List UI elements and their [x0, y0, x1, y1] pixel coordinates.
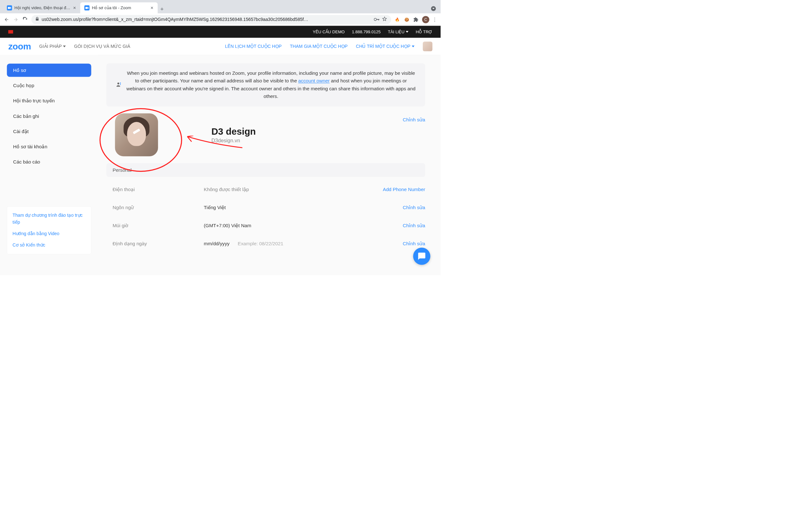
sidebar-item-webinars[interactable]: Hội thảo trực tuyến — [7, 94, 91, 107]
solutions-label: GIẢI PHÁP — [39, 44, 62, 49]
chat-help-button[interactable] — [413, 247, 430, 265]
main-layout: Hồ sơ Cuộc họp Hội thảo trực tuyến Các b… — [0, 55, 441, 275]
zoom-logo[interactable]: zoom — [8, 41, 31, 52]
close-icon[interactable]: ✕ — [73, 6, 76, 10]
privacy-info-banner: When you join meetings and webinars host… — [106, 63, 425, 107]
training-link[interactable]: Tham dự chương trình đào tạo trực tiếp — [13, 212, 86, 225]
sidebar-item-meetings[interactable]: Cuộc họp — [7, 79, 91, 92]
banner-text: When you join meetings and webinars host… — [126, 69, 415, 100]
add-phone-link[interactable]: Add Phone Number — [383, 187, 425, 192]
extension-cookie-icon[interactable]: 🍪 — [403, 16, 410, 23]
svg-rect-1 — [85, 7, 88, 9]
zoom-favicon-icon — [7, 5, 12, 10]
browser-tab-active[interactable]: Hồ sơ của tôi - Zoom ✕ — [80, 3, 158, 14]
host-meeting-link[interactable]: CHỦ TRÌ MỘT CUỘC HỌP — [356, 44, 415, 49]
svg-point-7 — [120, 82, 121, 83]
edit-profile-link[interactable]: Chỉnh sửa — [403, 117, 425, 123]
tab-title: Hồ sơ của tôi - Zoom — [92, 5, 148, 10]
field-label: Định dạng ngày — [113, 241, 204, 246]
field-row-phone: Điện thoại Không được thiết lập Add Phon… — [106, 180, 425, 199]
extension-fire-icon[interactable]: 🔥 — [394, 16, 401, 23]
video-tutorials-link[interactable]: Hướng dẫn bằng Video — [13, 230, 86, 237]
flag-icon — [8, 30, 13, 34]
edit-dateformat-link[interactable]: Chỉnh sửa — [403, 241, 425, 246]
phone-number[interactable]: 1.888.799.0125 — [352, 30, 380, 34]
profile-avatar[interactable] — [115, 113, 158, 157]
sidebar-item-recordings[interactable]: Các bản ghi — [7, 110, 91, 123]
field-value: Tiếng Việt — [204, 205, 419, 210]
request-demo-link[interactable]: YÊU CẦU DEMO — [313, 30, 345, 34]
lock-icon — [36, 17, 39, 22]
profile-name: D3 design — [211, 126, 256, 137]
sidebar-item-profile[interactable]: Hồ sơ — [7, 64, 91, 77]
section-header-personal: Personal — [106, 163, 425, 177]
chevron-down-icon — [406, 31, 409, 33]
chevron-down-icon — [63, 46, 66, 47]
account-owner-link[interactable]: account owner — [298, 78, 329, 83]
support-link[interactable]: HỖ TRỢ — [416, 30, 432, 34]
chevron-down-icon — [412, 46, 415, 47]
profile-info: D3 design D3design.vn — [211, 126, 256, 144]
extensions-puzzle-icon[interactable] — [413, 16, 419, 23]
svg-point-6 — [117, 82, 119, 84]
svg-point-3 — [374, 18, 376, 21]
edit-language-link[interactable]: Chỉnh sửa — [403, 205, 425, 210]
content-area: When you join meetings and webinars host… — [98, 55, 441, 275]
avatar-container — [115, 113, 160, 157]
resources-label: TÀI LIỆU — [388, 30, 404, 34]
browser-tab-strip: Hội nghị video, Điện thoại đám ✕ Hồ sơ c… — [0, 0, 441, 13]
knowledge-base-link[interactable]: Cơ sở Kiến thức — [13, 242, 86, 248]
browser-toolbar: us02web.zoom.us/profile?from=client&_x_z… — [0, 13, 441, 26]
field-label: Múi giờ — [113, 223, 204, 228]
person-info-icon — [116, 82, 121, 88]
forward-button — [13, 16, 19, 23]
zoom-utility-bar: YÊU CẦU DEMO 1.888.799.0125 TÀI LIỆU HỖ … — [0, 26, 441, 38]
sidebar-item-account-profile[interactable]: Hồ sơ tài khoản — [7, 140, 91, 153]
sidebar: Hồ sơ Cuộc họp Hội thảo trực tuyến Các b… — [0, 55, 98, 275]
profile-header-row: D3 design D3design.vn Chỉnh sửa — [106, 113, 425, 157]
svg-rect-0 — [8, 7, 10, 9]
dateformat-example: Example: 08/22/2021 — [238, 241, 284, 246]
svg-rect-2 — [36, 19, 39, 21]
address-bar[interactable]: us02web.zoom.us/profile?from=client&_x_z… — [32, 15, 391, 24]
chrome-window-dropdown[interactable] — [431, 6, 436, 11]
svg-rect-4 — [376, 19, 379, 20]
bookmark-star-icon[interactable] — [382, 16, 387, 22]
svg-rect-5 — [378, 19, 379, 20]
zoom-favicon-icon — [84, 5, 90, 10]
schedule-meeting-link[interactable]: LÊN LỊCH MỘT CUỘC HỌP — [225, 44, 282, 49]
url-text: us02web.zoom.us/profile?from=client&_x_z… — [42, 17, 371, 22]
close-icon[interactable]: ✕ — [150, 6, 154, 10]
browser-tab-inactive[interactable]: Hội nghị video, Điện thoại đám ✕ — [3, 3, 80, 14]
sidebar-item-reports[interactable]: Các báo cáo — [7, 156, 91, 169]
user-avatar[interactable] — [423, 42, 432, 51]
back-button[interactable] — [3, 16, 10, 23]
resources-link[interactable]: TÀI LIỆU — [388, 30, 409, 34]
svg-rect-8 — [120, 83, 120, 85]
field-value: (GMT+7:00) Việt Nam — [204, 223, 419, 228]
field-label: Ngôn ngữ — [113, 205, 204, 210]
zoom-main-nav: zoom GIẢI PHÁP GÓI DỊCH VỤ VÀ MỨC GIÁ LÊ… — [0, 38, 441, 55]
sidebar-item-settings[interactable]: Cài đặt — [7, 125, 91, 138]
new-tab-button[interactable]: + — [158, 5, 166, 13]
password-key-icon[interactable] — [374, 17, 379, 22]
edit-timezone-link[interactable]: Chỉnh sửa — [403, 223, 425, 228]
field-value: mm/dd/yyyy Example: 08/22/2021 — [204, 241, 419, 246]
host-label: CHỦ TRÌ MỘT CUỘC HỌP — [356, 44, 410, 49]
dateformat-value: mm/dd/yyyy — [204, 241, 230, 246]
profile-subtitle: D3design.vn — [211, 138, 256, 144]
sidebar-help-box: Tham dự chương trình đào tạo trực tiếp H… — [7, 206, 91, 254]
chrome-profile-avatar[interactable]: C — [422, 16, 429, 23]
reload-button[interactable] — [22, 16, 28, 23]
field-row-timezone: Múi giờ (GMT+7:00) Việt Nam Chỉnh sửa — [106, 216, 425, 234]
chrome-menu-button[interactable]: ⋮ — [432, 17, 437, 22]
plans-nav[interactable]: GÓI DỊCH VỤ VÀ MỨC GIÁ — [74, 44, 131, 49]
field-row-language: Ngôn ngữ Tiếng Việt Chỉnh sửa — [106, 199, 425, 216]
solutions-nav[interactable]: GIẢI PHÁP — [39, 44, 66, 49]
tab-title: Hội nghị video, Điện thoại đám — [14, 5, 71, 10]
join-meeting-link[interactable]: THAM GIA MỘT CUỘC HỌP — [290, 44, 348, 49]
field-label: Điện thoại — [113, 187, 204, 192]
field-row-dateformat: Định dạng ngày mm/dd/yyyy Example: 08/22… — [106, 234, 425, 252]
